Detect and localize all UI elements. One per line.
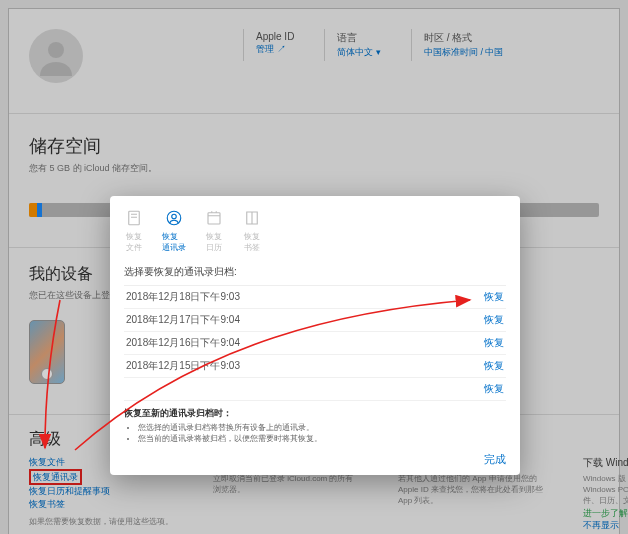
restore-button[interactable]: 恢复 xyxy=(484,336,504,350)
calendar-icon xyxy=(204,208,224,228)
file-icon xyxy=(124,208,144,228)
archive-row: 2018年12月18日下午9:03 恢复 xyxy=(124,286,506,309)
restore-button[interactable]: 恢复 xyxy=(484,382,504,396)
archive-row: 恢复 xyxy=(124,378,506,401)
svg-point-3 xyxy=(172,214,177,219)
svg-rect-4 xyxy=(208,213,220,224)
modal-notes: 恢复至新的通讯录归档时： 您选择的通讯录归档将替换所有设备上的通讯录。 您当前的… xyxy=(110,401,520,446)
archive-row: 2018年12月16日下午9:04 恢复 xyxy=(124,332,506,355)
restore-button[interactable]: 恢复 xyxy=(484,313,504,327)
modal-prompt: 选择要恢复的通讯录归档: xyxy=(124,265,506,279)
svg-rect-1 xyxy=(129,211,140,225)
tab-restore-contacts[interactable]: 恢复通讯录 xyxy=(162,208,186,253)
contacts-icon xyxy=(164,208,184,228)
tab-restore-bookmarks[interactable]: 恢复书签 xyxy=(242,208,262,253)
tab-restore-calendar[interactable]: 恢复日历 xyxy=(204,208,224,253)
done-button[interactable]: 完成 xyxy=(484,453,506,465)
restore-button[interactable]: 恢复 xyxy=(484,359,504,373)
archive-list: 2018年12月18日下午9:03 恢复 2018年12月17日下午9:04 恢… xyxy=(124,285,506,401)
bookmark-icon xyxy=(242,208,262,228)
tab-restore-files[interactable]: 恢复文件 xyxy=(124,208,144,253)
restore-button[interactable]: 恢复 xyxy=(484,290,504,304)
archive-row: 2018年12月15日下午9:03 恢复 xyxy=(124,355,506,378)
restore-contacts-modal: 恢复文件 恢复通讯录 恢复日历 恢复书签 选择要恢复的通讯录归档: 2018年1… xyxy=(110,196,520,475)
archive-row: 2018年12月17日下午9:04 恢复 xyxy=(124,309,506,332)
